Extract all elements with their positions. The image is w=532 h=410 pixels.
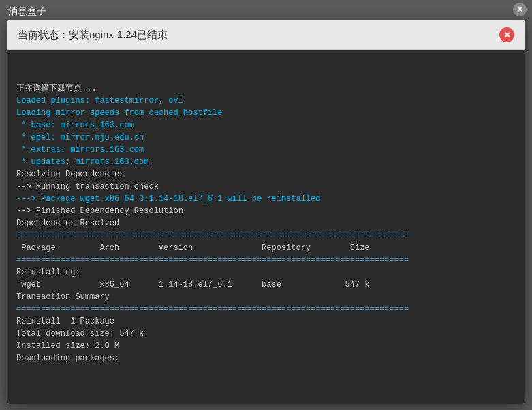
- terminal-line: Downloading packages:: [16, 352, 516, 364]
- terminal-line: --> Finished Dependency Resolution: [16, 205, 516, 217]
- terminal-line: wget x86_64 1.14-18.el7_6.1 base 547 k: [16, 279, 516, 291]
- terminal-line: Dependencies Resolved: [16, 217, 516, 230]
- terminal-line: ========================================…: [16, 303, 516, 315]
- terminal-line: Package Arch Version Repository Size: [16, 242, 516, 254]
- window-title: 消息盒子: [8, 5, 46, 18]
- modal-dialog: 当前状态：安装nginx-1.24已结束 ✕ 正在选择下载节点...Loaded…: [7, 20, 525, 404]
- terminal-line: * epel: mirror.nju.edu.cn: [16, 131, 516, 144]
- terminal-line: Reinstall 1 Package: [16, 315, 516, 328]
- modal-header: 当前状态：安装nginx-1.24已结束 ✕: [7, 20, 525, 50]
- terminal-line: ========================================…: [16, 254, 516, 266]
- terminal-line: --> Running transaction check: [16, 180, 516, 193]
- terminal-output[interactable]: 正在选择下载节点...Loaded plugins: fastestmirror…: [7, 50, 525, 404]
- terminal-line: * updates: mirrors.163.com: [16, 156, 516, 168]
- terminal-line: ---> Package wget.x86_64 0:1.14-18.el7_6…: [16, 193, 516, 205]
- terminal-line: Loading mirror speeds from cached hostfi…: [16, 107, 516, 119]
- terminal-line: 正在选择下载节点...: [16, 82, 516, 95]
- modal-title: 当前状态：安装nginx-1.24已结束: [18, 29, 168, 42]
- terminal-line: * base: mirrors.163.com: [16, 119, 516, 131]
- terminal-line: ========================================…: [16, 230, 516, 242]
- terminal-line: * extras: mirrors.163.com: [16, 144, 516, 156]
- terminal-line: Total download size: 547 k: [16, 328, 516, 340]
- terminal-line: Loaded plugins: fastestmirror, ovl: [16, 95, 516, 107]
- terminal-line: Reinstalling:: [16, 266, 516, 279]
- outer-window: 消息盒子 ✕ 当前状态：安装nginx-1.24已结束 ✕ 正在选择下载节点..…: [0, 0, 532, 410]
- terminal-line: Resolving Dependencies: [16, 168, 516, 180]
- terminal-line: Installed size: 2.0 M: [16, 340, 516, 352]
- title-bar: 消息盒子: [0, 0, 532, 23]
- outer-close-button[interactable]: ✕: [513, 3, 527, 16]
- terminal-line: Transaction Summary: [16, 291, 516, 303]
- modal-close-button[interactable]: ✕: [499, 27, 514, 42]
